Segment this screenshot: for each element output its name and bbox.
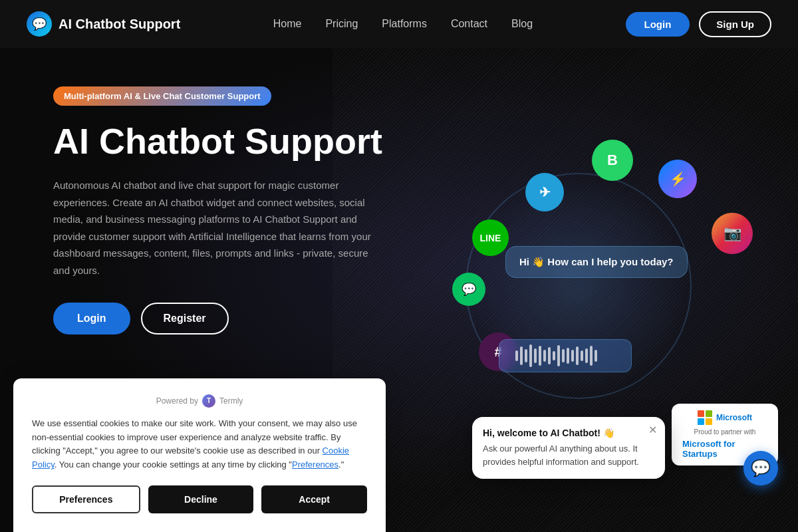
chat-fab-button[interactable]: 💬: [743, 451, 778, 485]
termly-text: Termly: [219, 396, 243, 406]
hero-login-button[interactable]: Login: [53, 303, 130, 334]
business-bubble: B: [592, 140, 633, 181]
wave-bar: [548, 347, 551, 364]
hero-buttons: Login Register: [53, 303, 439, 334]
nav-actions: Login Sign Up: [626, 11, 772, 37]
microsoft-text: Microsoft: [716, 413, 752, 422]
messenger-bubble: ⚡: [658, 160, 697, 198]
chat-bubble-speech: Hi 👋 How can I help you today?: [505, 246, 688, 278]
line-bubble: LINE: [472, 219, 509, 256]
instagram-bubble: 📷: [712, 213, 753, 254]
hero-badge: Multi-platform AI & Live Chat Customer S…: [53, 86, 271, 106]
nav-signup-button[interactable]: Sign Up: [699, 11, 771, 37]
wave-bar: [520, 346, 523, 365]
wave-bar: [539, 346, 541, 366]
logo-icon: 💬: [27, 11, 52, 37]
ai-chat-close-button[interactable]: ✕: [648, 424, 657, 436]
wave-bar: [581, 350, 583, 361]
logo[interactable]: 💬 AI Chatbot Support: [27, 11, 180, 37]
wave-bar: [571, 350, 574, 362]
wave-bar: [515, 350, 518, 361]
microsoft-logo: [698, 410, 712, 425]
telegram-bubble: ✈: [525, 173, 564, 211]
wechat-bubble: 💬: [452, 273, 485, 306]
wave-bar: [590, 346, 593, 366]
cookie-text: We use essential cookies to make our sit…: [32, 417, 367, 472]
hero-register-button[interactable]: Register: [141, 303, 229, 334]
ai-chat-body: Ask our powerful AI anything about us. I…: [483, 442, 654, 468]
wave-bar: [553, 351, 555, 360]
nav-links: Home Pricing Platforms Contact Blog: [273, 18, 533, 30]
wave-bar: [562, 349, 565, 362]
hero-description: Autonomous AI chatbot and live chat supp…: [53, 177, 386, 279]
hero-title: AI Chatbot Support: [53, 122, 439, 161]
wave-bar: [557, 345, 560, 366]
ai-chat-widget: ✕ Hi, welcome to AI Chatbot! 👋 Ask our p…: [472, 417, 665, 479]
termly-logo: T: [202, 394, 215, 408]
powered-by-text: Powered by: [156, 396, 198, 406]
ms-proud-text: Proud to partner with: [694, 428, 756, 436]
termly-powered: Powered by T Termly: [32, 394, 367, 408]
wave-bar: [529, 344, 532, 367]
nav-pricing[interactable]: Pricing: [325, 18, 358, 30]
wave-bar: [576, 346, 579, 365]
decline-button[interactable]: Decline: [148, 485, 254, 513]
wave-bar: [534, 348, 537, 363]
cookie-banner: Powered by T Termly We use essential coo…: [13, 378, 386, 532]
cookie-buttons: Preferences Decline Accept: [32, 485, 367, 513]
preferences-button[interactable]: Preferences: [32, 485, 140, 513]
cookie-preferences-link[interactable]: Preferences: [292, 460, 338, 469]
chat-bubble-text: Hi 👋 How can I help you today?: [519, 256, 674, 267]
wave-bar: [585, 348, 588, 363]
nav-home[interactable]: Home: [273, 18, 302, 30]
wave-bar: [525, 349, 527, 362]
nav-platforms[interactable]: Platforms: [382, 18, 427, 30]
wave-bar: [543, 350, 546, 362]
hero-content: Multi-platform AI & Live Chat Customer S…: [53, 86, 439, 334]
wave-bar: [595, 350, 597, 362]
wave-bar: [567, 348, 569, 364]
audio-wave: [499, 339, 632, 372]
ai-chat-title: Hi, welcome to AI Chatbot! 👋: [483, 428, 654, 438]
accept-button[interactable]: Accept: [261, 485, 367, 513]
nav-blog[interactable]: Blog: [511, 18, 533, 30]
navbar: 💬 AI Chatbot Support Home Pricing Platfo…: [0, 0, 798, 48]
nav-login-button[interactable]: Login: [626, 12, 690, 37]
sphere-container: ✈ B ⚡ LINE 💬 📷 # Hi 👋 How can I help you…: [399, 53, 798, 519]
nav-contact[interactable]: Contact: [451, 18, 487, 30]
logo-text: AI Chatbot Support: [59, 17, 180, 32]
